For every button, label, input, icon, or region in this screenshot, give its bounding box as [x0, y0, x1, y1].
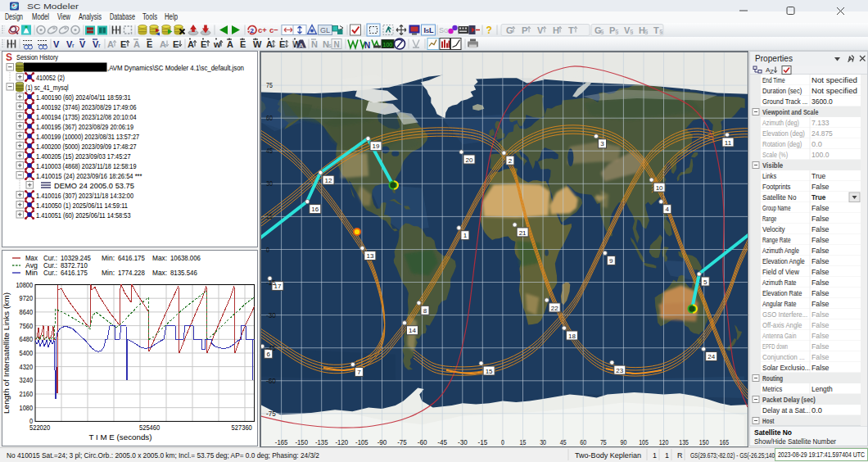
svg-text:False: False — [811, 215, 830, 223]
svg-text:V: V — [537, 25, 544, 35]
svg-text:Velocity: Velocity — [762, 225, 785, 233]
svg-text:-60: -60 — [418, 438, 427, 446]
svg-text:-30: -30 — [458, 438, 468, 446]
svg-text:15: 15 — [520, 438, 527, 446]
svg-text:8640: 8640 — [20, 308, 34, 316]
svg-text:0: 0 — [266, 246, 269, 254]
svg-text:Z: Z — [770, 68, 774, 75]
svg-text:0.0: 0.0 — [811, 406, 822, 414]
svg-text:60: 60 — [580, 438, 586, 446]
svg-text:Elevation (deg): Elevation (deg) — [762, 129, 805, 138]
svg-text:Ground Track ...: Ground Track ... — [762, 97, 807, 106]
svg-text:2023-08-29 19:17:41.597404 UTC: 2023-08-29 19:17:41.597404 UTC — [778, 451, 865, 459]
svg-text:Show/Hide Satellite Number: Show/Hide Satellite Number — [754, 437, 836, 446]
svg-text:1.410050 (1) 2025/06/11 14:59:: 1.410050 (1) 2025/06/11 14:59:11 — [36, 201, 128, 210]
svg-text:90: 90 — [621, 438, 627, 446]
svg-text:R: R — [677, 451, 683, 460]
svg-text:,AVM Dynamics\SC Modeler 4.1\: ,AVM Dynamics\SC Modeler 4.1\sc_default.… — [107, 63, 244, 72]
svg-text:H: H — [553, 25, 559, 35]
svg-text:True: True — [811, 172, 825, 180]
svg-text:Azimuth (deg): Azimuth (deg) — [762, 119, 799, 127]
svg-text:1.410015 (24) 2023/09/16 18:26: 1.410015 (24) 2023/09/16 18:26:54 *** — [36, 171, 142, 180]
svg-text:-165: -165 — [275, 438, 288, 446]
svg-text:E: E — [279, 39, 285, 49]
svg-text:3240: 3240 — [20, 376, 34, 384]
svg-text:§: § — [659, 28, 662, 35]
svg-text:1.400192 (3746) 2023/08/29 17:: 1.400192 (3746) 2023/08/29 17:49:06 — [36, 102, 137, 111]
svg-text:False: False — [811, 300, 830, 308]
svg-text:Max:: Max: — [152, 254, 167, 262]
svg-text:Range Rate: Range Rate — [762, 236, 791, 244]
svg-text:30: 30 — [540, 438, 546, 446]
svg-text:Length of Intersatellite Links: Length of Intersatellite Links (km) — [2, 292, 11, 414]
svg-text:Max:: Max: — [152, 269, 167, 277]
svg-text:1.400190 (60) 2024/04/11 18:59: 1.400190 (60) 2024/04/11 18:59:31 — [36, 93, 131, 102]
svg-text:False: False — [811, 310, 830, 319]
svg-text:False: False — [811, 247, 830, 255]
svg-text:15: 15 — [266, 212, 273, 220]
svg-text:GL: GL — [320, 26, 330, 34]
svg-text:18: 18 — [568, 333, 576, 340]
svg-text:Satellite No: Satellite No — [762, 193, 796, 202]
svg-text:1.410051 (60) 2025/06/11 14:58: 1.410051 (60) 2025/06/11 14:58:53 — [36, 211, 131, 220]
svg-text:-135: -135 — [315, 438, 328, 446]
svg-text:Session History: Session History — [16, 53, 58, 61]
svg-text:Duration (sec): Duration (sec) — [762, 87, 802, 95]
svg-text:410052 (2): 410052 (2) — [36, 73, 65, 82]
svg-text:-30: -30 — [266, 311, 276, 319]
svg-text:-105: -105 — [355, 438, 368, 446]
svg-text:19: 19 — [373, 143, 380, 150]
svg-text:16: 16 — [311, 206, 319, 213]
svg-text:False: False — [811, 183, 830, 191]
svg-text:3600.0: 3600.0 — [811, 97, 833, 106]
svg-text:N: N — [364, 41, 370, 50]
svg-text:Length: Length — [811, 385, 833, 393]
svg-text:6416.175: 6416.175 — [118, 254, 145, 262]
svg-text:Not specified: Not specified — [811, 76, 857, 84]
svg-text:False: False — [811, 321, 830, 329]
svg-text:Cur.:: Cur.: — [43, 269, 57, 277]
svg-text:45: 45 — [560, 438, 567, 446]
svg-text:T: T — [568, 25, 574, 35]
svg-text:135: 135 — [679, 438, 689, 446]
svg-text:525460: 525460 — [139, 424, 160, 432]
svg-text:1774.228: 1774.228 — [118, 269, 145, 277]
svg-text:13: 13 — [366, 252, 373, 260]
svg-text:8135.546: 8135.546 — [170, 269, 197, 277]
svg-text:10800: 10800 — [16, 281, 34, 289]
svg-text:Routing: Routing — [762, 374, 783, 383]
svg-text:Angular Rate: Angular Rate — [762, 300, 796, 308]
svg-text:7: 7 — [357, 369, 361, 376]
svg-text:False: False — [811, 236, 830, 244]
svg-text:14: 14 — [409, 327, 416, 334]
svg-text:No 410015 Sat.=24; 3 pl; Circ.: No 410015 Sat.=24; 3 pl; Circ.Orb.: 2005… — [7, 451, 319, 460]
svg-text:6480: 6480 — [20, 335, 34, 343]
svg-text:1.400205 (15) 2023/09/03 17:45: 1.400205 (15) 2023/09/03 17:45:27 — [36, 152, 131, 161]
svg-text:DEMO 24 2005.0 53.75: DEMO 24 2005.0 53.75 — [54, 181, 134, 190]
svg-text:Elevation Angle: Elevation Angle — [762, 257, 805, 265]
svg-text:c−: c− — [269, 25, 278, 34]
svg-text:Visible: Visible — [762, 161, 783, 170]
svg-text:-75: -75 — [397, 438, 407, 446]
svg-text:Min:: Min: — [102, 254, 115, 262]
svg-text:GS(29.673;-82.02) - GS(-26.25;: GS(29.673;-82.02) - GS(-26.25;140. — [690, 451, 776, 460]
svg-text:-45: -45 — [266, 344, 276, 352]
svg-text:1.400194 (1735) 2023/12/08 20:: 1.400194 (1735) 2023/12/08 20:10:04 — [36, 112, 137, 121]
svg-text:6416.175: 6416.175 — [61, 269, 88, 277]
svg-text:Links: Links — [762, 172, 777, 180]
svg-text:N: N — [311, 39, 318, 49]
svg-text:100.0: 100.0 — [811, 151, 830, 159]
svg-text:Solar Exclusio...: Solar Exclusio... — [762, 364, 811, 372]
svg-text:T: T — [653, 25, 659, 35]
svg-text:S: S — [6, 52, 12, 63]
svg-text:G: G — [506, 25, 513, 35]
svg-text:24.875: 24.875 — [811, 129, 833, 138]
svg-text:5: 5 — [703, 279, 708, 286]
svg-text:1: 1 — [463, 232, 468, 239]
svg-text:10: 10 — [656, 184, 663, 192]
svg-text:False: False — [811, 268, 830, 276]
svg-text:Range: Range — [762, 215, 776, 223]
svg-text:Two-Body Keplerian: Two-Body Keplerian — [575, 451, 641, 460]
svg-text:Min: Min — [25, 269, 38, 277]
svg-text:A: A — [266, 39, 273, 49]
